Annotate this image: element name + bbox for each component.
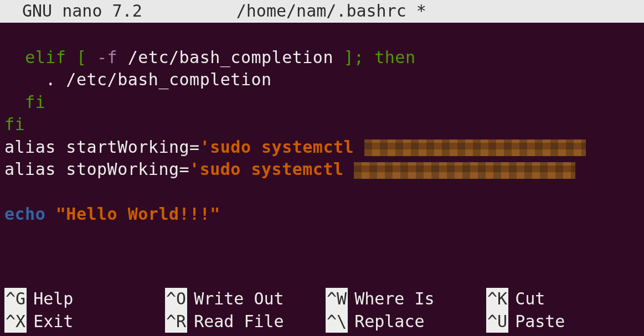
key-label: ^W <box>326 288 348 311</box>
code-line: . /etc/bash_completion <box>4 70 272 89</box>
editor-area[interactable]: elif [ -f /etc/bash_completion ]; then .… <box>0 23 644 226</box>
shortcut-label: Replace <box>354 311 424 333</box>
titlebar: GNU nano 7.2 /home/nam/.bashrc * <box>0 0 644 23</box>
code-line: echo "Hello World!!!" <box>4 204 220 224</box>
keyword-echo: echo <box>4 204 45 224</box>
key-label: ^U <box>486 311 508 333</box>
shortcut-paste[interactable]: ^U Paste <box>486 311 565 333</box>
keyword-fi: fi <box>4 92 45 112</box>
shortcut-label: Write Out <box>194 288 284 311</box>
shortcut-row: ^X Exit ^R Read File ^\ Replace ^U Paste <box>4 311 640 333</box>
bracket: [ <box>66 48 97 67</box>
shortcut-cut[interactable]: ^K Cut <box>486 288 545 311</box>
key-label: ^\ <box>326 311 348 333</box>
bracket: ]; <box>344 48 364 67</box>
blank-line <box>4 182 15 201</box>
shortcut-row: ^G Help ^O Write Out ^W Where Is ^K Cut <box>4 288 640 311</box>
shortcut-label: Help <box>33 288 73 311</box>
key-label: ^O <box>165 288 187 311</box>
shortcut-write-out[interactable]: ^O Write Out <box>165 288 326 311</box>
key-label: ^R <box>165 311 187 333</box>
keyword-fi: fi <box>4 115 25 134</box>
shortcut-replace[interactable]: ^\ Replace <box>326 311 486 333</box>
shortcut-help[interactable]: ^G Help <box>4 288 165 311</box>
key-label: ^X <box>4 311 27 333</box>
key-label: ^K <box>486 288 508 311</box>
shortcut-label: Paste <box>515 311 565 333</box>
shortcut-label: Exit <box>33 311 73 333</box>
space <box>45 204 56 224</box>
string-literal: "Hello World!!!" <box>56 204 220 224</box>
shortcut-label: Read File <box>194 311 284 333</box>
flag: -f <box>97 48 117 67</box>
code-line: alias startWorking='sudo systemctl <box>4 137 586 157</box>
shortcut-bar: ^G Help ^O Write Out ^W Where Is ^K Cut … <box>0 288 644 336</box>
redacted-text <box>364 139 586 156</box>
alias-def: alias startWorking= <box>4 137 200 157</box>
shortcut-label: Cut <box>515 288 545 311</box>
alias-def: alias stopWorking= <box>4 159 189 179</box>
key-label: ^G <box>4 288 27 311</box>
shortcut-read-file[interactable]: ^R Read File <box>165 311 326 333</box>
shortcut-label: Where Is <box>354 288 435 311</box>
shortcut-where-is[interactable]: ^W Where Is <box>326 288 486 311</box>
shortcut-exit[interactable]: ^X Exit <box>4 311 165 333</box>
string-literal: 'sudo systemctl <box>189 159 354 179</box>
string-literal: 'sudo systemctl <box>200 137 364 157</box>
code-line: elif [ -f /etc/bash_completion ]; then <box>4 48 415 67</box>
file-path: /home/nam/.bashrc * <box>236 0 426 23</box>
redacted-text <box>354 162 575 179</box>
path-text: /etc/bash_completion <box>117 48 343 67</box>
app-name: GNU nano 7.2 <box>22 0 142 23</box>
code-line: alias stopWorking='sudo systemctl <box>4 159 575 179</box>
keyword-elif: elif <box>25 48 66 67</box>
keyword-then: then <box>364 48 416 67</box>
